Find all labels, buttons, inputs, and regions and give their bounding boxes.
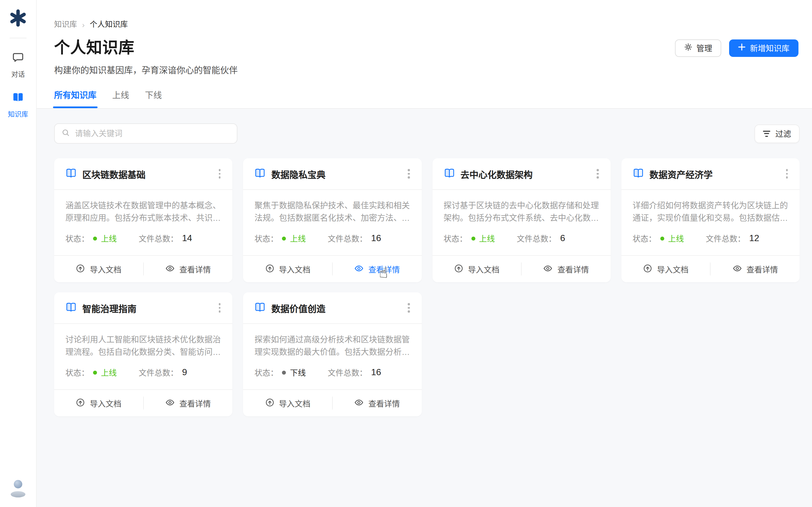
open-book-icon [65,167,77,180]
upload-icon [76,263,86,275]
card-files: 文件总数： 12 [706,233,759,244]
status-value: 上线 [101,367,117,378]
view-detail-label: 查看详情 [179,263,211,275]
status-value: 下线 [290,367,306,378]
status-dot-icon [660,236,664,240]
status-dot-icon [282,371,286,374]
status-label: 状态： [255,233,278,244]
card-description: 讨论利用人工智能和区块链技术优化数据治理流程。包括自动化数据分类、智能访问… [65,334,221,358]
add-knowledge-button[interactable]: 新增知识库 [729,39,799,57]
view-detail-label: 查看详情 [368,397,400,409]
knowledge-card: 智能治理指南 讨论利用人工智能和区块链技术优化数据治理流程。包括自动化数据分类、… [54,292,233,416]
import-doc-button[interactable]: 导入文档 [243,256,332,282]
card-meta: 状态： 上线 文件总数： 9 [65,367,221,378]
search-box[interactable] [54,123,238,144]
view-detail-button[interactable]: 查看详情 [333,256,421,282]
status-dot-icon [93,236,97,240]
card-status: 状态： 上线 [65,233,139,244]
files-value: 12 [749,233,759,243]
search-input[interactable] [75,129,230,138]
status-label: 状态： [255,367,278,378]
import-doc-button[interactable]: 导入文档 [432,256,521,282]
view-detail-button[interactable]: 查看详情 [711,256,800,282]
add-knowledge-button-label: 新增知识库 [750,42,790,54]
import-doc-label: 导入文档 [279,397,310,409]
page-subtitle: 构建你的知识基因库，孕育深谙你心的智能伙伴 [54,64,799,76]
card-status: 状态： 上线 [65,367,139,378]
upload-icon [76,397,86,409]
breadcrumb-separator-icon: › [82,20,85,30]
view-detail-label: 查看详情 [368,263,400,275]
page-title: 个人知识库 [54,37,135,59]
knowledge-card: 数据价值创造 探索如何通过高级分析技术和区块链数据管理实现数据的最大价值。包括大… [243,292,422,416]
main-area: 知识库 › 个人知识库 个人知识库 [37,0,812,507]
view-detail-label: 查看详情 [746,263,778,275]
view-detail-label: 查看详情 [179,397,211,409]
import-doc-label: 导入文档 [90,263,121,275]
card-body: 讨论利用人工智能和区块链技术优化数据治理流程。包括自动化数据分类、智能访问… 状… [54,324,233,389]
filter-lines-icon [763,130,770,136]
import-doc-label: 导入文档 [657,263,689,275]
eye-icon [165,397,175,409]
card-meta: 状态： 上线 文件总数： 6 [444,233,599,244]
view-detail-button[interactable]: 查看详情 [333,390,421,416]
filter-button[interactable]: 过滤 [755,124,800,143]
view-detail-button[interactable]: 查看详情 [522,256,610,282]
card-status: 状态： 上线 [444,233,517,244]
card-more-menu-button[interactable] [594,166,602,181]
content-area: 过滤 区块链数据基础 涵盖区块链技术在数据管理中的基本概念、原理和应用。包括分布… [37,108,812,507]
card-footer: 导入文档 查看详情 [54,255,233,282]
tab-all[interactable]: 所有知识库 [54,90,96,108]
manage-button[interactable]: 管理 [675,39,721,57]
card-description: 聚焦于数据隐私保护技术、最佳实践和相关法规。包括数据匿名化技术、加密方法、… [255,200,410,224]
asterisk-logo-icon [9,20,27,29]
app-logo [9,8,27,30]
status-value: 上线 [479,233,495,244]
files-value: 16 [371,367,381,378]
sidebar-item-knowledge[interactable]: 知识库 [8,91,28,118]
import-doc-button[interactable]: 导入文档 [54,390,143,416]
card-more-menu-button[interactable] [405,166,412,181]
open-book-icon [255,301,266,315]
import-doc-button[interactable]: 导入文档 [243,390,332,416]
open-book-icon [65,301,77,315]
card-header: 数据价值创造 [243,292,422,324]
card-more-menu-button[interactable] [216,300,223,316]
tab-online[interactable]: 上线 [112,90,129,108]
tab-bar: 所有知识库 上线 下线 [54,90,799,108]
sidebar-item-chat[interactable]: 对话 [11,51,25,78]
breadcrumb-item-root[interactable]: 知识库 [54,20,77,30]
import-doc-button[interactable]: 导入文档 [54,256,143,282]
status-dot-icon [93,371,97,374]
knowledge-card: 区块链数据基础 涵盖区块链技术在数据管理中的基本概念、原理和应用。包括分布式账本… [54,158,233,282]
card-files: 文件总数： 16 [327,367,381,378]
app-window: 对话 知识库 知识库 › 个人知识库 个人知识 [0,0,812,507]
card-header: 数据隐私宝典 [243,158,422,190]
files-label: 文件总数： [517,233,556,244]
card-body: 详细介绍如何将数据资产转化为区块链上的通证，实现价值量化和交易。包括数据估… 状… [621,190,800,255]
view-detail-button[interactable]: 查看详情 [144,256,232,282]
card-header: 区块链数据基础 [54,158,233,190]
manage-button-label: 管理 [696,42,712,54]
card-header: 去中心化数据架构 [432,158,611,190]
view-detail-button[interactable]: 查看详情 [144,390,232,416]
card-description: 详细介绍如何将数据资产转化为区块链上的通证，实现价值量化和交易。包括数据估… [633,200,789,224]
status-label: 状态： [65,233,89,244]
status-value: 上线 [101,233,117,244]
card-body: 探索如何通过高级分析技术和区块链数据管理实现数据的最大价值。包括大数据分析… 状… [243,324,422,389]
status-value: 上线 [668,233,684,244]
import-doc-button[interactable]: 导入文档 [621,256,710,282]
open-book-icon [444,167,455,180]
status-label: 状态： [633,233,656,244]
card-footer: 导入文档 查看详情 [243,389,422,416]
files-value: 16 [371,233,381,243]
card-files: 文件总数： 9 [139,367,187,378]
user-avatar[interactable] [9,479,27,498]
card-more-menu-button[interactable] [783,166,791,181]
tab-offline[interactable]: 下线 [145,90,162,108]
card-meta: 状态： 上线 文件总数： 16 [255,233,410,244]
card-more-menu-button[interactable] [405,300,412,316]
card-more-menu-button[interactable] [216,166,223,181]
files-label: 文件总数： [139,233,178,244]
files-value: 6 [560,233,565,243]
